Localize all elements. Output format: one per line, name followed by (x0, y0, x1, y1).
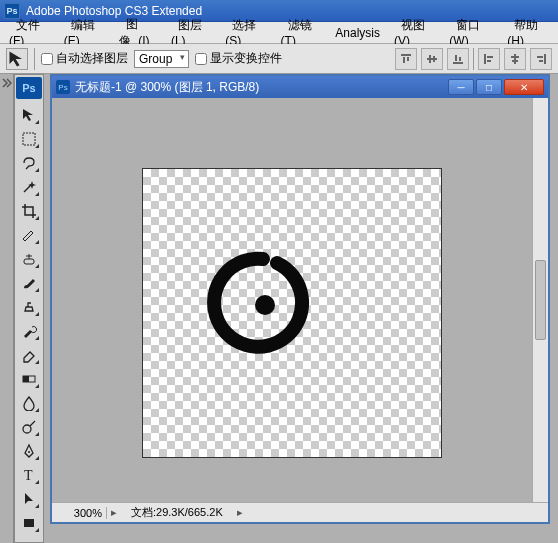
slice-tool[interactable] (17, 224, 41, 246)
canvas[interactable] (142, 168, 442, 458)
maximize-button[interactable]: □ (476, 79, 502, 95)
svg-rect-5 (433, 56, 435, 62)
minimize-button[interactable]: ─ (448, 79, 474, 95)
pen-tool[interactable] (17, 440, 41, 462)
gradient-tool[interactable] (17, 368, 41, 390)
docinfo-flyout-icon[interactable]: ▸ (233, 506, 247, 519)
workspace: Ps T Ps 无标题-1 @ 300% (图 (0, 74, 558, 543)
separator (473, 48, 474, 70)
marquee-tool[interactable] (17, 128, 41, 150)
svg-point-22 (23, 425, 31, 433)
doc-info[interactable]: 文档:29.3K/665.2K (121, 505, 233, 520)
svg-rect-19 (24, 259, 34, 264)
svg-rect-15 (544, 54, 546, 64)
healing-brush-tool[interactable] (17, 248, 41, 270)
svg-rect-13 (511, 56, 519, 58)
crop-tool[interactable] (17, 200, 41, 222)
toolbox: Ps T (14, 74, 44, 543)
svg-rect-0 (401, 54, 411, 56)
svg-rect-16 (537, 56, 543, 58)
svg-text:T: T (24, 468, 33, 483)
blur-tool[interactable] (17, 392, 41, 414)
dodge-tool[interactable] (17, 416, 41, 438)
history-brush-tool[interactable] (17, 320, 41, 342)
close-button[interactable]: ✕ (504, 79, 544, 95)
svg-point-26 (255, 295, 275, 315)
auto-select-layer-checkbox[interactable]: 自动选择图层 (41, 50, 128, 67)
menubar: 文件(F) 编辑(E) 图像(I) 图层(L) 选择(S) 滤镜(T) Anal… (0, 22, 558, 44)
document-window: Ps 无标题-1 @ 300% (图层 1, RGB/8) ─ □ ✕ (50, 74, 550, 524)
eraser-tool[interactable] (17, 344, 41, 366)
svg-rect-12 (514, 54, 516, 64)
clone-stamp-tool[interactable] (17, 296, 41, 318)
document-body[interactable] (52, 98, 548, 522)
statusbar: 300% ▸ 文档:29.3K/665.2K ▸ (52, 502, 548, 522)
svg-rect-17 (539, 60, 543, 62)
align-hcenter-icon[interactable] (504, 48, 526, 70)
svg-rect-7 (455, 55, 457, 61)
doc-info-label: 文档: (131, 506, 156, 518)
document-area: Ps 无标题-1 @ 300% (图层 1, RGB/8) ─ □ ✕ (44, 74, 558, 543)
path-selection-tool[interactable] (17, 488, 41, 510)
svg-rect-21 (23, 376, 29, 382)
brush-tool[interactable] (17, 272, 41, 294)
scrollbar-thumb[interactable] (535, 260, 546, 340)
toolbox-ps-badge: Ps (16, 77, 42, 99)
svg-rect-9 (484, 54, 486, 64)
vertical-scrollbar[interactable] (532, 98, 548, 502)
align-top-icon[interactable] (395, 48, 417, 70)
align-right-icon[interactable] (530, 48, 552, 70)
zoom-level[interactable]: 300% (52, 507, 107, 519)
auto-select-layer-label: 自动选择图层 (56, 50, 128, 67)
group-select[interactable]: Group (134, 50, 189, 68)
align-vcenter-icon[interactable] (421, 48, 443, 70)
document-title: 无标题-1 @ 300% (图层 1, RGB/8) (75, 79, 448, 96)
show-transform-label: 显示变换控件 (210, 50, 282, 67)
doc-info-value: 29.3K/665.2K (156, 506, 223, 518)
svg-rect-11 (487, 60, 491, 62)
svg-rect-3 (427, 58, 437, 60)
move-tool[interactable] (17, 104, 41, 126)
options-bar: 自动选择图层 Group 显示变换控件 (0, 44, 558, 74)
svg-rect-2 (407, 57, 409, 61)
align-left-icon[interactable] (478, 48, 500, 70)
document-titlebar[interactable]: Ps 无标题-1 @ 300% (图层 1, RGB/8) ─ □ ✕ (52, 76, 548, 98)
canvas-drawing (203, 249, 323, 359)
svg-rect-6 (453, 62, 463, 64)
expand-icon (2, 78, 12, 88)
svg-point-23 (28, 451, 30, 453)
show-transform-checkbox[interactable]: 显示变换控件 (195, 50, 282, 67)
lasso-tool[interactable] (17, 152, 41, 174)
svg-rect-4 (429, 55, 431, 63)
svg-rect-14 (512, 60, 518, 62)
current-tool-indicator[interactable] (6, 48, 28, 70)
svg-rect-25 (24, 519, 34, 527)
type-tool[interactable]: T (17, 464, 41, 486)
menu-analysis[interactable]: Analysis (328, 24, 387, 42)
align-bottom-icon[interactable] (447, 48, 469, 70)
doc-icon: Ps (56, 80, 70, 94)
zoom-flyout-icon[interactable]: ▸ (107, 506, 121, 519)
svg-rect-8 (459, 57, 461, 61)
magic-wand-tool[interactable] (17, 176, 41, 198)
svg-rect-10 (487, 56, 493, 58)
svg-rect-1 (403, 57, 405, 63)
rectangle-tool[interactable] (17, 512, 41, 534)
svg-rect-18 (23, 133, 35, 145)
separator (34, 48, 35, 70)
app-window: Ps Adobe Photoshop CS3 Extended 文件(F) 编辑… (0, 0, 558, 543)
dock-expand-strip[interactable] (0, 74, 14, 543)
